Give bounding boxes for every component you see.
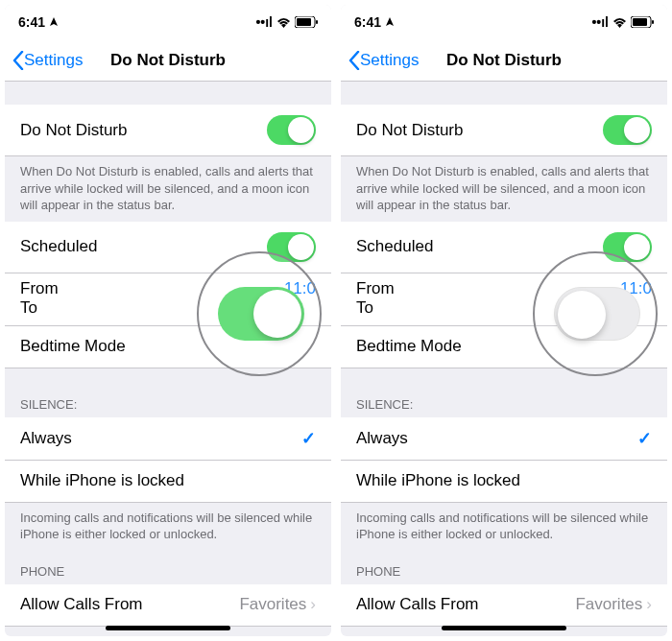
silence-header: SILENCE: — [341, 384, 667, 417]
dnd-cell[interactable]: Do Not Disturb — [5, 105, 331, 156]
silence-locked-cell[interactable]: While iPhone is locked — [5, 461, 331, 503]
dnd-toggle[interactable] — [603, 115, 652, 145]
chevron-right-icon: › — [646, 595, 652, 614]
to-label: To — [356, 298, 373, 318]
battery-icon — [295, 16, 318, 28]
dnd-footer: When Do Not Disturb is enabled, calls an… — [5, 156, 331, 222]
bedtime-toggle-highlighted[interactable] — [218, 287, 304, 341]
allow-calls-label: Allow Calls From — [356, 595, 479, 614]
dnd-label: Do Not Disturb — [356, 121, 463, 140]
chevron-left-icon — [12, 51, 24, 70]
chevron-right-icon: › — [310, 595, 316, 614]
back-button[interactable]: Settings — [341, 51, 419, 70]
nav-bar: Settings Do Not Disturb — [341, 39, 667, 82]
location-icon — [385, 17, 395, 27]
chevron-left-icon — [348, 51, 360, 70]
bedtime-label: Bedtime Mode — [20, 337, 126, 356]
dnd-toggle[interactable] — [267, 115, 316, 145]
status-bar: 6:41 ••ıl — [341, 5, 667, 39]
scheduled-toggle[interactable] — [267, 232, 316, 262]
svg-rect-1 — [297, 18, 311, 26]
dnd-cell[interactable]: Do Not Disturb — [341, 105, 667, 156]
silence-header: SILENCE: — [5, 384, 331, 417]
phone-screen-right: 6:41 ••ıl Settings Do Not Disturb Do Not… — [341, 5, 667, 636]
scheduled-cell[interactable]: Scheduled — [5, 222, 331, 273]
svg-rect-4 — [633, 18, 647, 26]
svg-rect-5 — [652, 20, 654, 24]
home-indicator[interactable] — [442, 626, 566, 630]
nav-bar: Settings Do Not Disturb — [5, 39, 331, 82]
allow-calls-value: Favorites — [239, 595, 306, 614]
to-label: To — [20, 298, 37, 318]
allow-calls-value: Favorites — [575, 595, 642, 614]
home-indicator[interactable] — [106, 626, 230, 630]
silence-footer: Incoming calls and notifications will be… — [341, 503, 667, 551]
silence-always-cell[interactable]: Always ✓ — [5, 417, 331, 461]
dnd-label: Do Not Disturb — [20, 121, 127, 140]
bedtime-label: Bedtime Mode — [356, 337, 462, 356]
svg-rect-2 — [316, 20, 318, 24]
from-label: From — [20, 279, 59, 298]
scheduled-cell[interactable]: Scheduled — [341, 222, 667, 273]
silence-always-label: Always — [20, 429, 72, 448]
signal-icon: ••ıl — [255, 14, 273, 30]
checkmark-icon: ✓ — [637, 428, 652, 449]
bedtime-toggle-highlighted[interactable] — [554, 287, 640, 341]
scheduled-label: Scheduled — [20, 237, 97, 256]
wifi-icon — [612, 17, 627, 28]
silence-footer: Incoming calls and notifications will be… — [5, 503, 331, 551]
back-label: Settings — [360, 51, 419, 70]
back-button[interactable]: Settings — [5, 51, 83, 70]
phone-header: PHONE — [341, 551, 667, 584]
allow-calls-cell[interactable]: Allow Calls From Favorites› — [341, 584, 667, 627]
dnd-footer: When Do Not Disturb is enabled, calls an… — [341, 156, 667, 222]
back-label: Settings — [24, 51, 83, 70]
silence-locked-label: While iPhone is locked — [356, 471, 520, 490]
silence-always-label: Always — [356, 429, 408, 448]
silence-locked-label: While iPhone is locked — [20, 471, 184, 490]
checkmark-icon: ✓ — [301, 428, 316, 449]
phone-header: PHONE — [5, 551, 331, 584]
scheduled-toggle[interactable] — [603, 232, 652, 262]
from-label: From — [356, 279, 395, 298]
silence-locked-cell[interactable]: While iPhone is locked — [341, 461, 667, 503]
allow-calls-cell[interactable]: Allow Calls From Favorites› — [5, 584, 331, 627]
location-icon — [49, 17, 59, 27]
status-time: 6:41 — [354, 14, 381, 30]
phone-screen-left: 6:41 ••ıl Settings Do Not Disturb Do Not… — [5, 5, 331, 636]
wifi-icon — [276, 17, 291, 28]
scheduled-label: Scheduled — [356, 237, 433, 256]
battery-icon — [631, 16, 654, 28]
signal-icon: ••ıl — [591, 14, 609, 30]
allow-calls-label: Allow Calls From — [20, 595, 143, 614]
status-bar: 6:41 ••ıl — [5, 5, 331, 39]
silence-always-cell[interactable]: Always ✓ — [341, 417, 667, 461]
status-time: 6:41 — [18, 14, 45, 30]
